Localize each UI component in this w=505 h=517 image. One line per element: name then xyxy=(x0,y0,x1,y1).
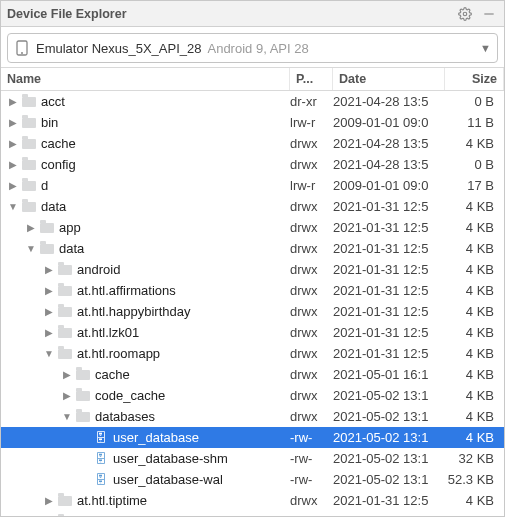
cell-perm: -rw- xyxy=(290,430,333,445)
col-name[interactable]: Name xyxy=(1,68,290,90)
database-file-icon: 🗄 xyxy=(93,430,109,446)
panel-title: Device File Explorer xyxy=(7,7,450,21)
col-permissions[interactable]: P... xyxy=(290,68,333,90)
chevron-right-icon[interactable]: ▶ xyxy=(43,285,55,296)
minimize-icon[interactable] xyxy=(480,5,498,23)
cell-date: 2021-05-02 13:1 xyxy=(333,451,445,466)
folder-icon xyxy=(21,199,37,215)
tree-row-label: at.htl.affirmations xyxy=(77,283,176,298)
device-selector[interactable]: Emulator Nexus_5X_API_28 Android 9, API … xyxy=(7,33,498,63)
cell-date: 2021-01-31 12:5 xyxy=(333,220,445,235)
cell-date: 2021-04-28 13:5 xyxy=(333,157,445,172)
tree-row-label: user_database-wal xyxy=(113,472,223,487)
tree-row[interactable]: ▼databasesdrwx2021-05-02 13:14 KB xyxy=(1,406,504,427)
tree-row[interactable]: ▼datadrwx2021-01-31 12:54 KB xyxy=(1,238,504,259)
folder-icon xyxy=(21,178,37,194)
tree-row[interactable]: ▶configdrwx2021-04-28 13:50 B xyxy=(1,154,504,175)
tree-row[interactable]: 🗄user_database-rw-2021-05-02 13:14 KB xyxy=(1,427,504,448)
tree-row-label: bin xyxy=(41,115,58,130)
folder-icon xyxy=(57,514,73,517)
tree-row-label: acct xyxy=(41,94,65,109)
tree-row[interactable]: ▶dlrw-r2009-01-01 09:017 B xyxy=(1,175,504,196)
chevron-right-icon[interactable]: ▶ xyxy=(43,306,55,317)
cell-date: 2021-01-31 12:5 xyxy=(333,241,445,256)
cell-perm: drwx xyxy=(290,367,333,382)
chevron-right-icon[interactable]: ▶ xyxy=(43,264,55,275)
cell-perm: drwx xyxy=(290,241,333,256)
cell-perm: -rw- xyxy=(290,472,333,487)
cell-perm: drwx xyxy=(290,346,333,361)
tree-row[interactable]: ▶code_cachedrwx2021-05-02 13:14 KB xyxy=(1,385,504,406)
tree-row-label: d xyxy=(41,178,48,193)
tree-row[interactable]: ▼at.htl.roomappdrwx2021-01-31 12:54 KB xyxy=(1,343,504,364)
chevron-down-icon[interactable]: ▼ xyxy=(25,243,37,254)
file-tree[interactable]: ▶acctdr-xr2021-04-28 13:50 B▶binlrw-r200… xyxy=(1,91,504,516)
tree-row[interactable]: ▶appdrwx2021-01-31 12:54 KB xyxy=(1,217,504,238)
chevron-right-icon[interactable]: ▶ xyxy=(25,222,37,233)
cell-date: 2021-01-31 12:5 xyxy=(333,514,445,516)
chevron-right-icon[interactable]: ▶ xyxy=(61,369,73,380)
chevron-down-icon[interactable]: ▼ xyxy=(7,201,19,212)
cell-perm: drwx xyxy=(290,304,333,319)
cell-perm: drwx xyxy=(290,388,333,403)
tree-row-label: cache xyxy=(41,136,76,151)
folder-icon xyxy=(57,283,73,299)
chevron-right-icon[interactable]: ▶ xyxy=(7,159,19,170)
col-date[interactable]: Date xyxy=(333,68,445,90)
chevron-right-icon[interactable]: ▶ xyxy=(61,390,73,401)
cell-perm: drwx xyxy=(290,262,333,277)
cell-date: 2021-05-02 13:1 xyxy=(333,430,445,445)
chevron-right-icon[interactable]: ▶ xyxy=(7,96,19,107)
cell-size: 4 KB xyxy=(445,199,504,214)
tree-row[interactable]: ▶acctdr-xr2021-04-28 13:50 B xyxy=(1,91,504,112)
tree-row[interactable]: ▶at.htl.happybirthdaydrwx2021-01-31 12:5… xyxy=(1,301,504,322)
tree-row-label: android xyxy=(77,262,120,277)
chevron-down-icon[interactable]: ▼ xyxy=(43,348,55,359)
cell-date: 2021-01-31 12:5 xyxy=(333,283,445,298)
tree-row[interactable]: ▶androiddrwx2021-01-31 12:54 KB xyxy=(1,259,504,280)
cell-date: 2009-01-01 09:0 xyxy=(333,178,445,193)
chevron-right-icon[interactable]: ▶ xyxy=(7,138,19,149)
database-file-icon: 🗄 xyxy=(93,472,109,488)
cell-size: 11 B xyxy=(445,115,504,130)
cell-size: 4 KB xyxy=(445,409,504,424)
tree-row[interactable]: ▼datadrwx2021-01-31 12:54 KB xyxy=(1,196,504,217)
tree-row-label: cache xyxy=(95,367,130,382)
chevron-right-icon[interactable]: ▶ xyxy=(7,117,19,128)
gear-icon[interactable] xyxy=(456,5,474,23)
tree-row[interactable]: ▶at.htl.affirmationsdrwx2021-01-31 12:54… xyxy=(1,280,504,301)
folder-icon xyxy=(57,493,73,509)
chevron-right-icon[interactable]: ▶ xyxy=(43,327,55,338)
cell-size: 4 KB xyxy=(445,493,504,508)
folder-icon xyxy=(57,304,73,320)
tree-row-label: at.htl.happybirthday xyxy=(77,304,190,319)
chevron-down-icon[interactable]: ▼ xyxy=(61,411,73,422)
tree-row[interactable]: 🗄user_database-wal-rw-2021-05-02 13:152.… xyxy=(1,469,504,490)
col-size[interactable]: Size xyxy=(445,68,504,90)
cell-size: 4 KB xyxy=(445,514,504,516)
cell-size: 0 B xyxy=(445,157,504,172)
tree-row[interactable]: ▶at.htl.lzk01drwx2021-01-31 12:54 KB xyxy=(1,322,504,343)
cell-perm: drwx xyxy=(290,283,333,298)
tree-row[interactable]: ▶cachedrwx2021-04-28 13:54 KB xyxy=(1,133,504,154)
tree-row[interactable]: ▶at.htl.tiptimedrwx2021-01-31 12:54 KB xyxy=(1,490,504,511)
tree-row[interactable]: ▶binlrw-r2009-01-01 09:011 B xyxy=(1,112,504,133)
cell-size: 4 KB xyxy=(445,430,504,445)
chevron-down-icon: ▼ xyxy=(480,42,491,54)
cell-perm: drwx xyxy=(290,136,333,151)
cell-size: 4 KB xyxy=(445,241,504,256)
folder-icon xyxy=(39,241,55,257)
tree-row-label: at.htl.lzk01 xyxy=(77,325,139,340)
tree-row[interactable]: ▶cachedrwx2021-05-01 16:14 KB xyxy=(1,364,504,385)
svg-point-0 xyxy=(463,12,467,16)
cell-size: 0 B xyxy=(445,94,504,109)
chevron-right-icon[interactable]: ▶ xyxy=(43,495,55,506)
folder-icon xyxy=(75,409,91,425)
cell-perm: drwx xyxy=(290,220,333,235)
folder-icon xyxy=(21,115,37,131)
tree-row-label: at.htl.roomapp xyxy=(77,346,160,361)
chevron-right-icon[interactable]: ▶ xyxy=(7,180,19,191)
tree-row[interactable]: ▶com.android.backupconfirmdrwx2021-01-31… xyxy=(1,511,504,516)
cell-date: 2021-01-31 12:5 xyxy=(333,262,445,277)
tree-row[interactable]: 🗄user_database-shm-rw-2021-05-02 13:132 … xyxy=(1,448,504,469)
